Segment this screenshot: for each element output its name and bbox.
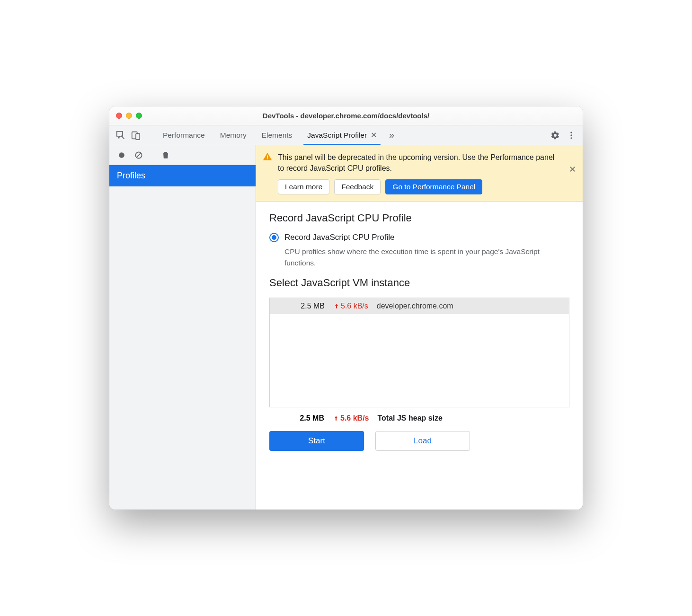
svg-rect-8 <box>267 156 268 158</box>
window-title: DevTools - developer.chrome.com/docs/dev… <box>109 112 583 120</box>
sidebar-item-label: Profiles <box>117 171 145 180</box>
vm-heap-size: 2.5 MB <box>290 302 325 310</box>
button-label: Go to Performance Panel <box>392 183 475 191</box>
tab-label: JavaScript Profiler <box>307 131 367 140</box>
svg-rect-1 <box>136 133 140 140</box>
close-banner-icon[interactable]: ✕ <box>569 164 576 175</box>
svg-rect-9 <box>267 158 268 159</box>
total-heap-label: Total JS heap size <box>377 414 443 422</box>
warning-icon <box>263 152 272 194</box>
vm-instance-list: 2.5 MB 5.6 kB/s developer.chrome.com <box>269 298 569 407</box>
tab-javascript-profiler[interactable]: JavaScript Profiler ✕ <box>300 125 384 145</box>
close-tab-icon[interactable]: ✕ <box>371 131 377 140</box>
profiles-sidebar: Profiles <box>109 145 256 510</box>
settings-icon[interactable] <box>549 129 562 142</box>
tab-label: Elements <box>262 131 293 140</box>
total-heap-size: 2.5 MB <box>289 414 324 422</box>
start-button[interactable]: Start <box>269 431 364 451</box>
device-toolbar-icon[interactable] <box>129 129 142 142</box>
learn-more-button[interactable]: Learn more <box>278 179 329 194</box>
vm-host: developer.chrome.com <box>377 302 453 310</box>
arrow-up-icon <box>333 303 340 309</box>
radio-label: Record JavaScript CPU Profile <box>284 233 394 242</box>
button-label: Load <box>414 436 432 446</box>
button-label: Learn more <box>285 183 322 191</box>
total-heap-rate: 5.6 kB/s <box>333 414 369 422</box>
main-panel: This panel will be deprecated in the upc… <box>256 145 583 510</box>
arrow-up-icon <box>333 415 339 422</box>
minimize-window-button[interactable] <box>126 113 132 119</box>
sidebar-item-profiles[interactable]: Profiles <box>109 165 256 186</box>
vm-instance-row[interactable]: 2.5 MB 5.6 kB/s developer.chrome.com <box>270 298 569 314</box>
close-window-button[interactable] <box>116 113 122 119</box>
go-to-performance-button[interactable]: Go to Performance Panel <box>385 179 482 194</box>
tab-performance[interactable]: Performance <box>155 125 213 145</box>
banner-text: This panel will be deprecated in the upc… <box>278 152 562 174</box>
svg-point-5 <box>119 152 124 158</box>
button-label: Feedback <box>341 183 373 191</box>
load-button[interactable]: Load <box>375 431 470 451</box>
vm-totals-row: 2.5 MB 5.6 kB/s Total JS heap size <box>269 407 569 422</box>
window-titlebar: DevTools - developer.chrome.com/docs/dev… <box>109 106 583 125</box>
tab-elements[interactable]: Elements <box>254 125 300 145</box>
deprecation-banner: This panel will be deprecated in the upc… <box>256 145 583 202</box>
vm-heap-rate: 5.6 kB/s <box>333 302 368 310</box>
svg-point-2 <box>570 132 572 133</box>
radio-description: CPU profiles show where the execution ti… <box>284 246 550 268</box>
record-cpu-profile-radio[interactable] <box>269 233 279 242</box>
more-options-icon[interactable] <box>565 129 578 142</box>
record-profile-section: Record JavaScript CPU Profile Record Jav… <box>256 202 583 277</box>
delete-icon[interactable] <box>159 149 172 162</box>
tab-memory[interactable]: Memory <box>213 125 254 145</box>
more-tabs-button[interactable]: » <box>384 125 399 145</box>
section-title: Select JavaScript VM instance <box>269 277 569 289</box>
maximize-window-button[interactable] <box>136 113 142 119</box>
svg-line-7 <box>137 153 141 157</box>
svg-point-3 <box>570 134 572 136</box>
tab-label: Performance <box>163 131 205 140</box>
devtools-window: DevTools - developer.chrome.com/docs/dev… <box>109 106 583 510</box>
vm-instance-section: Select JavaScript VM instance 2.5 MB 5.6… <box>256 277 583 459</box>
svg-point-4 <box>570 137 572 139</box>
window-controls <box>116 113 142 119</box>
record-icon[interactable] <box>115 149 128 162</box>
section-title: Record JavaScript CPU Profile <box>269 212 569 224</box>
feedback-button[interactable]: Feedback <box>334 179 381 194</box>
devtools-tabstrip: Performance Memory Elements JavaScript P… <box>109 125 583 145</box>
tab-label: Memory <box>220 131 247 140</box>
button-label: Start <box>308 436 325 446</box>
inspect-element-icon[interactable] <box>114 129 127 142</box>
content-area: Profiles This panel will be deprecated i… <box>109 145 583 510</box>
clear-icon[interactable] <box>132 149 145 162</box>
sidebar-toolbar <box>109 145 256 165</box>
